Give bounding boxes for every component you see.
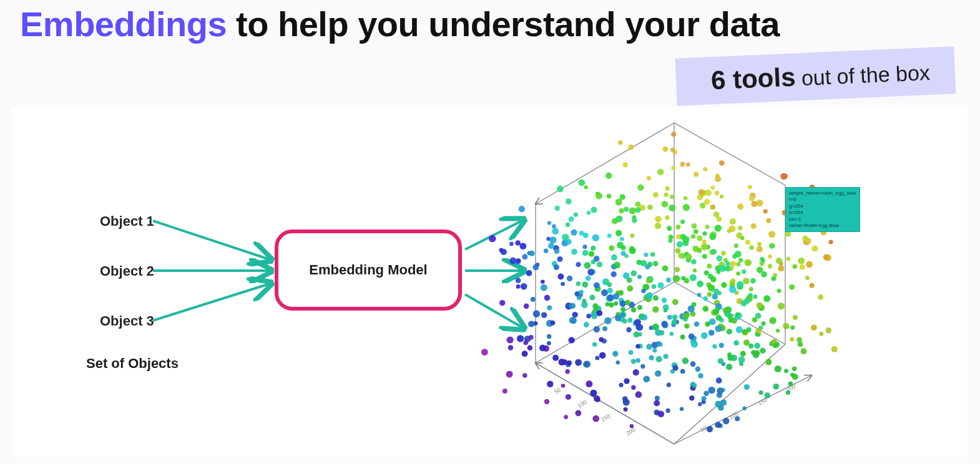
svg-point-70 <box>624 407 628 412</box>
scatter-tooltip: simple_name=robin_egg_blue r=0 g=204 b=2… <box>785 187 860 232</box>
svg-point-522 <box>736 326 743 333</box>
arrow-in-3 <box>153 283 272 321</box>
svg-point-264 <box>751 223 757 229</box>
svg-point-18 <box>723 418 730 425</box>
svg-point-440 <box>686 163 690 167</box>
svg-point-596 <box>576 410 582 417</box>
svg-point-309 <box>567 276 572 281</box>
svg-point-486 <box>635 207 641 213</box>
svg-point-37 <box>616 215 623 222</box>
svg-point-594 <box>617 242 624 249</box>
svg-point-549 <box>570 303 576 309</box>
label-object-2: Object 2 <box>100 263 154 279</box>
svg-point-454 <box>622 319 627 324</box>
svg-point-613 <box>716 377 722 384</box>
svg-point-606 <box>607 234 612 238</box>
note-rest: out of the box <box>795 60 931 90</box>
svg-point-118 <box>628 145 634 150</box>
svg-point-218 <box>672 314 678 320</box>
svg-point-109 <box>662 201 669 208</box>
svg-point-390 <box>653 326 657 330</box>
svg-point-394 <box>652 306 659 312</box>
svg-point-610 <box>719 343 724 348</box>
svg-point-177 <box>615 199 622 206</box>
arrow-out-3 <box>465 294 524 329</box>
svg-point-66 <box>800 264 805 270</box>
model-label: Embedding Model <box>309 262 427 278</box>
svg-point-46 <box>655 396 660 401</box>
svg-point-607 <box>667 383 671 387</box>
svg-point-616 <box>749 196 755 201</box>
svg-point-397 <box>584 185 588 190</box>
svg-point-476 <box>707 426 713 432</box>
svg-point-623 <box>623 273 629 279</box>
svg-point-450 <box>508 345 513 350</box>
svg-point-251 <box>515 240 521 246</box>
svg-point-428 <box>629 247 636 254</box>
svg-point-535 <box>672 319 677 325</box>
svg-point-377 <box>776 258 782 264</box>
svg-point-452 <box>614 301 618 306</box>
svg-point-188 <box>773 273 777 278</box>
svg-point-166 <box>637 305 642 310</box>
svg-point-338 <box>507 336 514 343</box>
embedding-model-box: Embedding Model <box>275 230 462 311</box>
svg-point-542 <box>755 328 761 334</box>
svg-point-224 <box>561 384 566 388</box>
svg-point-229 <box>768 264 772 268</box>
svg-point-560 <box>569 216 574 222</box>
svg-point-222 <box>778 265 784 271</box>
diagram-area: Object 1 Object 2 Object 3 Set of Object… <box>12 107 968 457</box>
svg-point-538 <box>548 243 554 249</box>
svg-point-557 <box>751 201 757 207</box>
svg-point-163 <box>727 329 732 334</box>
svg-point-611 <box>619 208 624 214</box>
svg-point-155 <box>717 387 723 394</box>
svg-point-382 <box>693 230 698 234</box>
svg-point-206 <box>589 251 594 256</box>
svg-point-266 <box>655 223 661 229</box>
svg-point-307 <box>516 278 521 283</box>
svg-point-76 <box>652 348 657 352</box>
svg-point-80 <box>527 345 533 350</box>
svg-point-181 <box>609 302 614 307</box>
svg-point-564 <box>657 168 664 175</box>
svg-point-169 <box>750 278 756 284</box>
svg-point-409 <box>776 329 780 333</box>
svg-point-148 <box>592 234 599 241</box>
svg-point-527 <box>646 344 652 350</box>
svg-point-312 <box>720 195 724 199</box>
svg-point-571 <box>665 186 670 191</box>
svg-point-99 <box>623 162 628 167</box>
svg-point-565 <box>661 321 667 327</box>
svg-point-300 <box>738 356 745 363</box>
svg-point-612 <box>547 221 551 225</box>
svg-point-415 <box>748 185 752 189</box>
svg-point-154 <box>652 284 657 289</box>
svg-point-243 <box>735 251 742 258</box>
label-object-3: Object 3 <box>100 313 154 329</box>
svg-point-20 <box>694 322 699 327</box>
svg-point-246 <box>635 201 641 207</box>
svg-point-489 <box>754 350 760 356</box>
svg-point-528 <box>711 249 717 254</box>
svg-point-142 <box>718 358 723 364</box>
svg-point-79 <box>790 326 795 330</box>
svg-point-520 <box>501 249 507 255</box>
svg-point-586 <box>698 402 702 407</box>
svg-point-475 <box>803 235 808 241</box>
svg-point-232 <box>726 364 732 370</box>
svg-point-138 <box>697 248 702 253</box>
svg-point-313 <box>640 364 645 369</box>
svg-point-126 <box>669 332 674 336</box>
svg-point-162 <box>669 234 674 239</box>
svg-point-324 <box>541 312 547 318</box>
svg-point-541 <box>705 225 710 229</box>
svg-point-90 <box>650 252 655 256</box>
svg-point-184 <box>757 200 763 206</box>
svg-point-512 <box>566 239 571 244</box>
svg-point-581 <box>672 365 678 370</box>
svg-point-102 <box>584 322 589 327</box>
svg-point-254 <box>677 241 683 248</box>
svg-point-34 <box>633 369 639 375</box>
